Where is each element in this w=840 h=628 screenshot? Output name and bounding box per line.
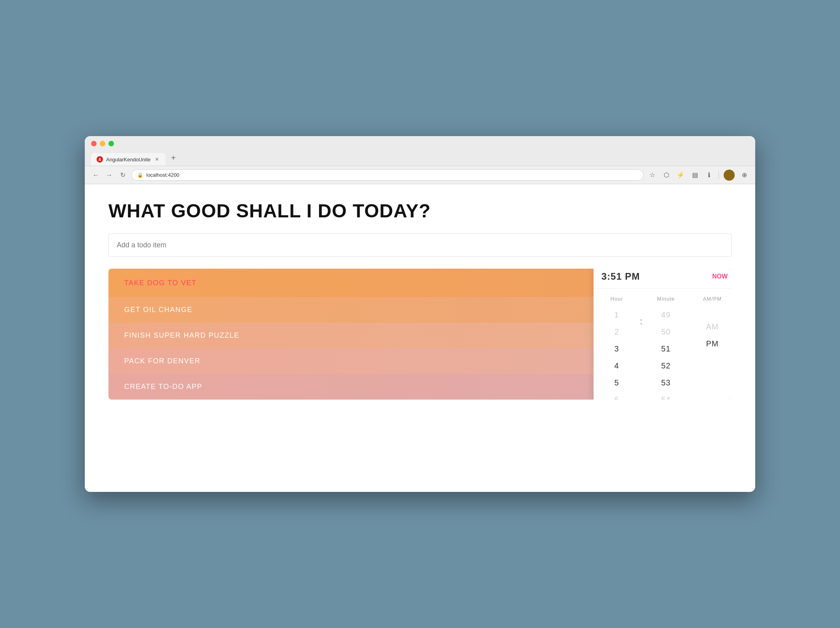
minute-column: Minute 49 50 51 52 53 54: [643, 293, 689, 400]
ampm-column: AM/PM AM PM: [689, 293, 732, 352]
page-content: WHAT GOOD SHALL I DO TODAY? TAKE DOG TO …: [85, 184, 755, 492]
ampm-item[interactable]: AM: [689, 318, 732, 335]
hour-column: Hour 1 2 3 4 5 6: [594, 293, 640, 400]
browser-titlebar: A AngularKendoUnite ✕ +: [85, 136, 755, 166]
traffic-lights: [91, 141, 749, 146]
todo-item-label: CREATE TO-DO APP: [124, 383, 202, 391]
tab-close-icon[interactable]: ✕: [154, 156, 160, 163]
now-button[interactable]: NOW: [712, 273, 728, 280]
todo-input-wrapper[interactable]: [108, 234, 732, 257]
profile-action-icon[interactable]: ⊕: [739, 170, 749, 180]
hour-item[interactable]: 4: [594, 357, 640, 374]
browser-tabs: A AngularKendoUnite ✕ +: [91, 150, 749, 166]
hour-item[interactable]: 1: [594, 307, 640, 323]
minute-item[interactable]: 51: [643, 340, 689, 357]
url-text: localhost:4200: [146, 172, 179, 178]
todo-item-label: FINISH SUPER HARD PUZZLE: [124, 331, 239, 340]
toolbar-actions: ☆ ⬡ ⚡ ▤ ℹ ⊕: [648, 170, 749, 181]
maximize-button[interactable]: [108, 141, 114, 146]
lock-icon: 🔒: [137, 172, 143, 178]
close-button[interactable]: [91, 141, 97, 146]
hour-item[interactable]: 6: [594, 391, 640, 400]
tab-favicon: A: [97, 156, 103, 163]
minute-item[interactable]: 50: [643, 323, 689, 340]
ampm-item[interactable]: PM: [689, 335, 732, 352]
minimize-button[interactable]: [100, 141, 105, 146]
layers-icon[interactable]: ⬡: [662, 170, 671, 180]
todo-list: TAKE DOG TO VET 3:51 PM ⏱ 3:51 PM NOW Ho…: [108, 269, 732, 400]
todo-input[interactable]: [117, 241, 723, 249]
time-separator: :: [640, 293, 643, 327]
back-button[interactable]: ←: [91, 170, 101, 180]
todo-item-label: PACK FOR DENVER: [124, 357, 200, 365]
address-bar[interactable]: 🔒 localhost:4200: [131, 169, 644, 181]
toolbar-divider: [719, 171, 719, 179]
todo-item-label: GET OIL CHANGE: [124, 306, 192, 314]
browser-toolbar: ← → ↻ 🔒 localhost:4200 ☆ ⬡ ⚡ ▤ ℹ ⊕: [85, 166, 755, 184]
browser-window: A AngularKendoUnite ✕ + ← → ↻ 🔒 localhos…: [85, 136, 755, 492]
minute-item[interactable]: 49: [643, 307, 689, 323]
hour-column-header: Hour: [610, 293, 623, 305]
info-icon[interactable]: ℹ: [704, 170, 714, 180]
hour-item[interactable]: 5: [594, 374, 640, 391]
ampm-column-header: AM/PM: [703, 293, 722, 305]
extension-icon[interactable]: ⚡: [676, 170, 685, 180]
reader-icon[interactable]: ▤: [690, 170, 700, 180]
minute-item[interactable]: 54: [643, 391, 689, 400]
minute-item[interactable]: 53: [643, 374, 689, 391]
time-picker-display: 3:51 PM: [601, 271, 640, 282]
time-columns: Hour 1 2 3 4 5 6 :: [594, 289, 732, 400]
todo-item-label: TAKE DOG TO VET: [124, 279, 197, 287]
forward-button[interactable]: →: [105, 170, 114, 180]
minute-item[interactable]: 52: [643, 357, 689, 374]
new-tab-button[interactable]: +: [166, 150, 181, 166]
time-picker-popup: 3:51 PM NOW Hour 1 2 3 4 5: [594, 269, 732, 400]
reload-button[interactable]: ↻: [118, 170, 127, 180]
hour-item[interactable]: 2: [594, 323, 640, 340]
ampm-column-items: AM PM: [689, 318, 732, 352]
todo-item: TAKE DOG TO VET 3:51 PM ⏱ 3:51 PM NOW Ho…: [108, 269, 732, 297]
profile-avatar[interactable]: [724, 170, 735, 181]
active-tab[interactable]: A AngularKendoUnite ✕: [91, 153, 166, 166]
minute-column-items: 49 50 51 52 53 54: [643, 307, 689, 400]
time-picker-header: 3:51 PM NOW: [594, 269, 732, 289]
hour-item[interactable]: 3: [594, 340, 640, 357]
minute-column-header: Minute: [657, 293, 675, 305]
tab-title: AngularKendoUnite: [106, 157, 151, 163]
bookmark-icon[interactable]: ☆: [648, 170, 657, 180]
page-title: WHAT GOOD SHALL I DO TODAY?: [108, 200, 732, 222]
hour-column-items: 1 2 3 4 5 6: [594, 307, 640, 400]
